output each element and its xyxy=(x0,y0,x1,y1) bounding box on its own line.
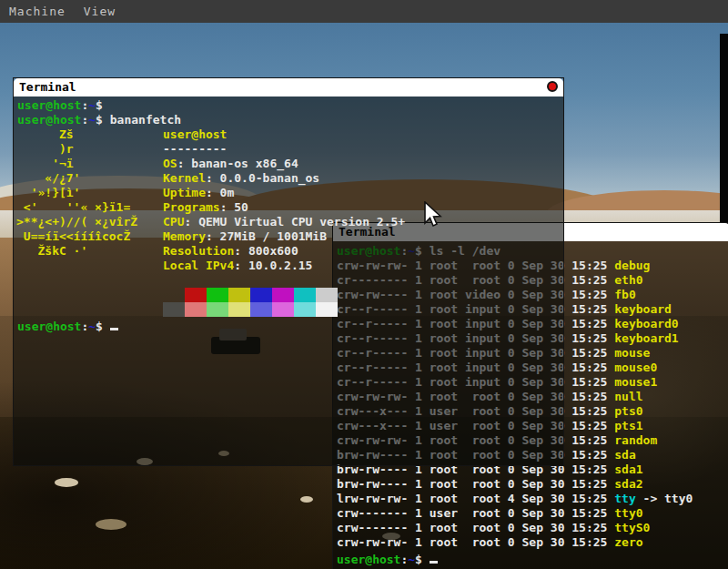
fetch-info: user@host---------OS: banan-os x86_64Ker… xyxy=(163,127,405,273)
ls-row: brw-rw---- 1 root root 0 Sep 30 15:25 sd… xyxy=(337,477,643,492)
vm-screen: Machine View Terminal user@host:~$ ls -l… xyxy=(0,0,728,569)
fetch-info-line: Uptime: 0m xyxy=(163,186,405,200)
terminal-row: user@host:~$ bananfetch xyxy=(17,113,181,127)
fetch-info-line: Programs: 50 xyxy=(163,200,405,215)
terminal1-titlebar[interactable]: Terminal xyxy=(14,78,563,97)
palette-swatch xyxy=(316,288,338,302)
fetch-info-line: Resolution: 800x600 xyxy=(163,244,405,259)
menu-view[interactable]: View xyxy=(84,5,116,18)
palette-swatch xyxy=(228,302,250,317)
palette-swatch xyxy=(207,288,228,302)
menu-bar: Machine View xyxy=(0,0,728,23)
text-cursor xyxy=(430,550,438,564)
palette-swatch xyxy=(316,302,338,317)
terminal-row: user@host:~$ xyxy=(17,317,118,334)
rock xyxy=(96,519,126,530)
palette-swatch xyxy=(207,302,228,317)
palette-swatch xyxy=(163,302,185,317)
rock xyxy=(55,478,78,487)
terminal-row: user@host:~$ xyxy=(337,550,438,567)
fetch-info-line: Local IPv4: 10.0.2.15 xyxy=(163,259,405,273)
fetch-info-line: --------- xyxy=(163,142,405,157)
palette-swatch xyxy=(163,288,185,302)
photo-edge-strip xyxy=(720,34,728,239)
ascii-art-banana: Zš )r '¬ï «/¿7' '»!}[ì' <' ''« ×}ï1= >**… xyxy=(16,127,137,259)
mouse-cursor-icon xyxy=(424,201,444,229)
palette-swatch xyxy=(228,288,250,302)
terminal1-title: Terminal xyxy=(19,80,76,94)
text-cursor xyxy=(110,317,118,330)
color-palette-row xyxy=(163,302,338,317)
terminal1-content[interactable]: Zš )r '¬ï «/¿7' '»!}[ì' <' ''« ×}ï1= >**… xyxy=(14,97,563,465)
fetch-info-line: CPU: QEMU Virtual CPU version 2.5+ xyxy=(163,215,405,229)
rock xyxy=(300,496,313,503)
palette-swatch xyxy=(185,288,207,302)
palette-swatch xyxy=(294,288,316,302)
fetch-info-line: Kernel: 0.0.0-banan_os xyxy=(163,171,405,186)
palette-swatch xyxy=(185,302,207,317)
terminal-row: user@host:~$ xyxy=(17,98,110,113)
palette-swatch xyxy=(272,302,294,317)
palette-swatch xyxy=(294,302,316,317)
ls-row: crw-rw-rw- 1 root root 0 Sep 30 15:25 ze… xyxy=(337,535,643,550)
palette-swatch xyxy=(272,288,294,302)
ls-row: lrw-rw-rw- 1 root root 4 Sep 30 15:25 tt… xyxy=(337,492,693,506)
ls-row: crw------- 1 user root 0 Sep 30 15:25 tt… xyxy=(337,506,643,521)
menu-machine[interactable]: Machine xyxy=(9,5,66,18)
ls-row: crw------- 1 root root 0 Sep 30 15:25 tt… xyxy=(337,521,650,535)
fetch-info-line: OS: banan-os x86_64 xyxy=(163,157,405,171)
palette-swatch xyxy=(250,288,272,302)
terminal-window-front[interactable]: Terminal Zš )r '¬ï «/¿7' '»!}[ì' <' ''« … xyxy=(13,77,564,466)
palette-swatch xyxy=(250,302,272,317)
color-palette-row xyxy=(163,288,338,302)
fetch-info-line: Memory: 27MiB / 1001MiB xyxy=(163,229,405,244)
close-button[interactable] xyxy=(547,81,558,92)
fetch-info-line: user@host xyxy=(163,127,405,142)
